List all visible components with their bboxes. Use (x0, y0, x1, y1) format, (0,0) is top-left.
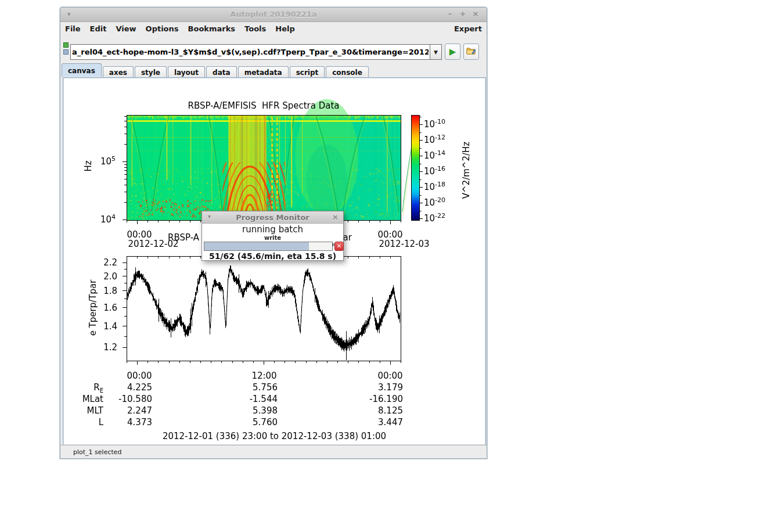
expert-menu[interactable]: Expert (454, 24, 482, 33)
window-title: Autoplot 20190221a (60, 10, 487, 19)
progress-dialog-title: Progress Monitor (202, 213, 343, 222)
context-row-value: 5.398 (231, 405, 278, 416)
context-row-value: 5.756 (231, 382, 278, 393)
menu-tools[interactable]: Tools (240, 23, 271, 33)
menu-bar: FileEditViewOptionsBookmarksToolsHelp Ex… (60, 23, 487, 36)
lineplot-ytick-label: 2.2 (94, 257, 117, 268)
progress-fraction-label: 51/62 (45.6/min, eta 15.8 s) (202, 251, 343, 261)
uri-dropdown-button[interactable]: ▼ (430, 44, 442, 60)
context-row-label: MLT (63, 405, 103, 416)
close-button[interactable]: × (469, 9, 482, 18)
context-row-value: 4.225 (106, 382, 152, 393)
progress-monitor-dialog: ▾ Progress Monitor × running batch write… (201, 211, 344, 261)
open-file-button[interactable] (463, 44, 479, 60)
colorbar-tick-label: 10-18 (424, 181, 456, 192)
plot-canvas-panel: RBSP-A/EMFISIS HFR Spectra Data Hz V^2/m… (63, 77, 486, 445)
maximize-button[interactable]: + (456, 9, 469, 18)
colorbar-tick-label: 10-22 (424, 212, 456, 224)
lineplot-ytick-label: 1.2 (94, 342, 117, 353)
lineplot-ytick-label: 2.0 (94, 271, 117, 282)
context-row-value: -16.190 (357, 394, 403, 404)
lineplot-ytick-label: 1.8 (94, 286, 117, 296)
minimize-button[interactable]: – (444, 9, 456, 18)
progress-stop-button[interactable]: ✕ (334, 242, 344, 251)
spectrogram-title: RBSP-A/EMFISIS HFR Spectra Data (147, 100, 380, 111)
lineplot-ytick-label: 1.6 (94, 303, 117, 313)
status-text: plot_1 selected (73, 448, 122, 456)
folder-icon (466, 46, 476, 55)
context-row-value: 3.447 (357, 417, 403, 427)
context-row-value: -10.580 (106, 394, 152, 404)
tab-canvas[interactable]: canvas (62, 63, 102, 77)
lineplot-xtick-label: 00:00 (116, 371, 163, 381)
context-row-value: 8.125 (357, 405, 403, 416)
spectrogram-ytick-label: 104 (92, 213, 116, 225)
tab-axes[interactable]: axes (103, 66, 134, 78)
tab-bar: canvasaxesstylelayoutdatametadatascriptc… (60, 63, 487, 77)
context-row-label: L (63, 417, 103, 427)
progress-task-label: running batch (202, 224, 343, 235)
datasource-green-square-icon (63, 42, 69, 48)
spectrogram-xtick-right-date: 2012-12-03 (375, 239, 433, 249)
menu-help[interactable]: Help (271, 23, 299, 33)
url-row: ▼ ▶ (60, 37, 487, 62)
progress-bar-fill (204, 242, 309, 250)
colorbar-unit-label: V^2/m^2/Hz (461, 138, 472, 203)
context-row-label: RE (63, 382, 103, 394)
tab-metadata[interactable]: metadata (238, 66, 289, 78)
menu-bar-items: FileEditViewOptionsBookmarksToolsHelp (60, 23, 300, 34)
context-row-label: MLat (63, 394, 103, 404)
autoplot-window: ▾ Autoplot 20190221a –+× FileEditViewOpt… (60, 7, 487, 459)
progress-bar (204, 242, 333, 251)
colorbar-tick-label: 10-20 (424, 196, 456, 208)
lineplot-ytick-label: 1.4 (94, 321, 117, 332)
time-range-footer: 2012-12-01 (336) 23:00 to 2012-12-03 (33… (63, 431, 485, 441)
spectrogram-ytick-label: 105 (92, 155, 116, 167)
menu-file[interactable]: File (60, 23, 85, 33)
uri-input[interactable] (70, 44, 430, 60)
datasource-type-icon (63, 42, 70, 56)
lineplot-title-fragment-left: RBSP-A (168, 232, 199, 243)
tab-data[interactable]: data (206, 66, 237, 78)
tab-script[interactable]: script (290, 66, 325, 78)
menu-bookmarks[interactable]: Bookmarks (183, 23, 240, 33)
context-row-value: 4.373 (106, 417, 152, 427)
lineplot-xtick-label: 12:00 (241, 371, 287, 381)
context-row-value: 2.247 (106, 405, 152, 416)
context-row-value: -1.544 (231, 394, 278, 404)
progress-dialog-titlebar[interactable]: ▾ Progress Monitor × (202, 211, 343, 224)
context-row-value: 3.179 (357, 382, 403, 393)
datasource-blue-square-icon (63, 49, 69, 55)
tab-console[interactable]: console (326, 66, 369, 78)
window-titlebar[interactable]: ▾ Autoplot 20190221a –+× (60, 8, 487, 22)
menu-edit[interactable]: Edit (85, 23, 111, 33)
tab-layout[interactable]: layout (168, 66, 205, 78)
context-row-value: 5.760 (231, 417, 278, 427)
lineplot-xtick-label: 00:00 (367, 371, 413, 381)
colorbar-tick-label: 10-14 (424, 149, 456, 161)
colorbar-tick-label: 10-12 (424, 134, 456, 145)
go-play-button[interactable]: ▶ (445, 44, 460, 60)
colorbar-tick-label: 10-10 (424, 118, 456, 130)
tab-style[interactable]: style (135, 66, 167, 78)
menu-options[interactable]: Options (141, 23, 183, 33)
progress-dialog-close-icon[interactable]: × (332, 213, 339, 221)
colorbar-tick-label: 10-16 (424, 165, 456, 177)
menu-view[interactable]: View (111, 23, 141, 33)
status-bar: plot_1 selected (60, 445, 487, 458)
